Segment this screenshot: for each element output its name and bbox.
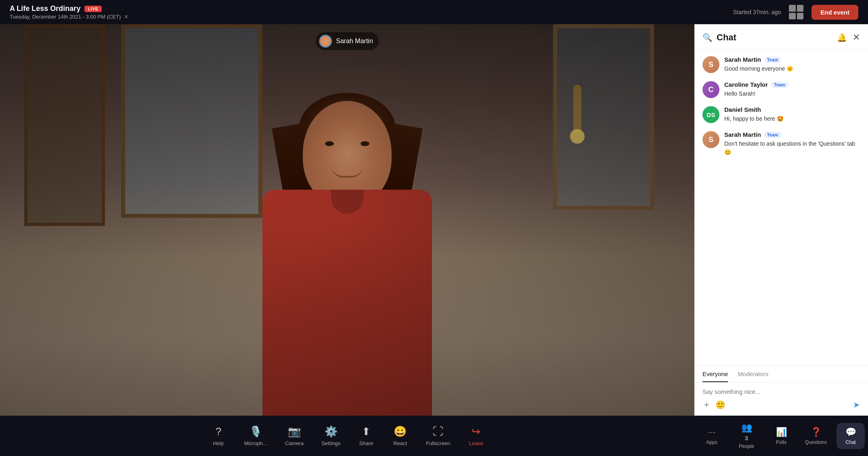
people-count: 3: [745, 435, 748, 441]
main-content: Sarah Martin 🔍 Chat 🔔 ✕ S: [0, 24, 868, 416]
camera-button[interactable]: 📷 Camera: [277, 420, 312, 451]
share-label: Share: [359, 440, 373, 446]
tab-everyone[interactable]: Everyone: [702, 370, 728, 382]
people-button[interactable]: 👥 3 People: [732, 423, 761, 449]
event-title-row: A Life Less Ordinary LIVE: [10, 4, 128, 13]
leave-label: Leave: [469, 440, 483, 446]
event-title: A Life Less Ordinary: [10, 4, 80, 13]
avatar-initials-ds: DS: [707, 111, 715, 118]
settings-button[interactable]: ⚙️ Settings: [313, 420, 348, 451]
event-date: Tuesday, December 14th 2021 - 3:00 PM (C…: [10, 14, 128, 20]
messages-list: S Sarah Martin Team Good morning everyon…: [694, 50, 868, 365]
microphone-button[interactable]: 🎙️ Microph...: [236, 420, 275, 451]
message-item-2: C Caroline Taylor Team Hello Sarah!: [702, 81, 860, 98]
leave-button[interactable]: ↪ Leave: [460, 420, 492, 451]
message-body-4: Sarah Martin Team Don't hesitate to ask …: [724, 131, 860, 157]
apps-label: Apps: [706, 439, 717, 445]
grid-icon[interactable]: [789, 5, 803, 19]
chat-search-icon: 🔍: [702, 33, 713, 42]
chat-tabs: Everyone Moderators: [694, 365, 868, 382]
notification-bell-icon[interactable]: 🔔: [837, 33, 847, 42]
react-button[interactable]: 😀 React: [384, 420, 416, 451]
message-item-4: S Sarah Martin Team Don't hesitate to as…: [702, 131, 860, 157]
bottom-combined: ? Help 🎙️ Microph... 📷 Camera ⚙️ Setting…: [0, 416, 868, 456]
chat-tab-button[interactable]: 💬 Chat: [837, 423, 865, 449]
message-body-1: Sarah Martin Team Good morning everyone …: [724, 56, 860, 73]
questions-label: Questions: [805, 439, 827, 445]
share-icon: ⬆: [362, 425, 371, 438]
react-icon: 😀: [394, 425, 407, 438]
speaker-label: Sarah Martin: [316, 32, 379, 50]
top-bar: A Life Less Ordinary LIVE Tuesday, Decem…: [0, 0, 868, 24]
msg-name-row-3: Daniel Smith: [724, 106, 860, 113]
team-badge-1: Team: [764, 56, 781, 63]
team-badge-4: Team: [764, 132, 781, 138]
avatar-sarah-2: S: [702, 131, 719, 148]
tab-moderators[interactable]: Moderators: [738, 370, 768, 382]
questions-icon: ❓: [811, 427, 822, 437]
chat-title: Chat: [717, 32, 736, 43]
settings-label: Settings: [321, 440, 340, 446]
avatar-face: S: [702, 56, 719, 73]
chat-input-area: ＋ 🙂 ➤: [694, 382, 868, 416]
fullscreen-label: Fullscreen: [426, 440, 450, 446]
people-label: People: [739, 443, 754, 449]
chat-input[interactable]: [702, 388, 860, 395]
questions-button[interactable]: ❓ Questions: [802, 427, 830, 445]
chat-header-actions: 🔔 ✕: [837, 32, 860, 43]
microphone-icon: 🎙️: [249, 425, 262, 438]
react-label: React: [393, 440, 407, 446]
send-message-button[interactable]: ➤: [853, 400, 860, 410]
apps-button[interactable]: ··· Apps: [698, 427, 726, 445]
avatar-caroline: C: [702, 81, 719, 98]
msg-name-row-4: Sarah Martin Team: [724, 131, 860, 138]
help-button[interactable]: ? Help: [202, 420, 235, 451]
close-chat-icon[interactable]: ✕: [853, 32, 860, 43]
msg-text-4: Don't hesitate to ask questions in the '…: [724, 140, 860, 157]
event-date-text: Tuesday, December 14th 2021 - 3:00 PM (C…: [10, 14, 121, 20]
help-label: Help: [213, 440, 224, 446]
avatar-sarah-1: S: [702, 56, 719, 73]
msg-author-3: Daniel Smith: [724, 106, 761, 113]
shuffle-icon[interactable]: ✕: [124, 14, 128, 20]
msg-text-1: Good morning everyone 🌞: [724, 65, 860, 73]
end-event-button[interactable]: End event: [811, 5, 858, 20]
room-overlay: [0, 24, 694, 416]
camera-icon: 📷: [288, 425, 301, 438]
team-badge-2: Team: [771, 82, 788, 88]
chat-action-left: ＋ 🙂: [702, 399, 725, 410]
video-area: Sarah Martin: [0, 24, 694, 416]
speaker-name: Sarah Martin: [336, 38, 373, 45]
chat-input-actions: ＋ 🙂 ➤: [702, 399, 860, 410]
chat-icon: 💬: [845, 427, 856, 437]
chat-tab-label: Chat: [845, 439, 855, 445]
polls-button[interactable]: 📊 Polls: [767, 427, 795, 445]
msg-text-3: Hi, happy to be here 🤩: [724, 115, 860, 123]
people-icon: 👥: [741, 423, 752, 433]
msg-author-4: Sarah Martin: [724, 131, 761, 138]
add-attachment-button[interactable]: ＋: [702, 399, 711, 410]
speaker-avatar-inner: [320, 36, 331, 47]
msg-author-1: Sarah Martin: [724, 56, 761, 63]
chat-panel: 🔍 Chat 🔔 ✕ S Sarah Martin Team: [694, 24, 868, 416]
message-body-2: Caroline Taylor Team Hello Sarah!: [724, 81, 860, 98]
chat-title-row: 🔍 Chat: [702, 32, 736, 43]
top-bar-right: Started 37min. ago End event: [733, 5, 858, 20]
polls-icon: 📊: [776, 427, 787, 437]
microphone-label: Microph...: [244, 440, 267, 446]
apps-icon: ···: [708, 427, 715, 437]
leave-icon: ↪: [472, 425, 480, 438]
emoji-button[interactable]: 🙂: [715, 399, 725, 410]
avatar-face-caroline: C: [702, 81, 719, 98]
msg-name-row-2: Caroline Taylor Team: [724, 81, 860, 88]
message-item: S Sarah Martin Team Good morning everyon…: [702, 56, 860, 73]
fullscreen-button[interactable]: ⛶ Fullscreen: [418, 420, 458, 451]
speaker-avatar: [319, 35, 332, 48]
fullscreen-icon: ⛶: [433, 425, 443, 438]
right-bottom-toolbar: ··· Apps 👥 3 People 📊 Polls ❓ Questions …: [694, 416, 868, 456]
polls-label: Polls: [776, 439, 786, 445]
share-button[interactable]: ⬆ Share: [350, 420, 382, 451]
msg-text-2: Hello Sarah!: [724, 90, 860, 98]
started-text: Started 37min. ago: [733, 9, 781, 15]
chat-header: 🔍 Chat 🔔 ✕: [694, 24, 868, 50]
